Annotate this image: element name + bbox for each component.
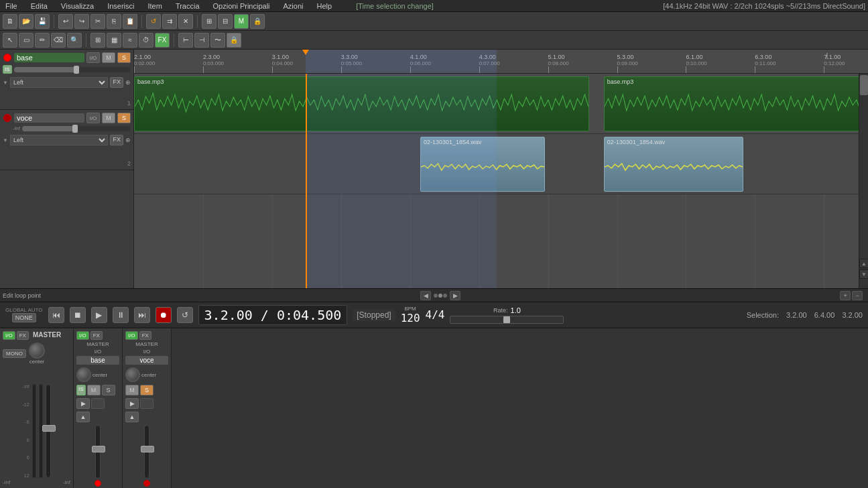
track-lane-2[interactable]: 02-130301_1854.wav 02-130301_1854.wav bbox=[134, 134, 868, 194]
clip-base-1[interactable]: base.mp3 bbox=[134, 76, 589, 131]
track-solo-btn-1[interactable]: S bbox=[117, 52, 131, 63]
track-io-btn-2[interactable]: I/O bbox=[86, 113, 100, 123]
toolbar-btn-cut[interactable]: ✂ bbox=[90, 14, 105, 29]
mixer-ch2-fader-thumb[interactable] bbox=[141, 446, 154, 452]
mixer-ch1-power[interactable]: I/O bbox=[76, 331, 89, 340]
mixer-ch2-master[interactable]: FX bbox=[139, 331, 151, 340]
menu-visualizza[interactable]: Visualizza bbox=[58, 2, 97, 10]
mixer-ch1-pan-knob[interactable] bbox=[76, 367, 91, 382]
track-record-btn-1[interactable] bbox=[3, 54, 11, 62]
clip-base-2[interactable]: base.mp3 bbox=[604, 76, 868, 131]
menu-inserisci[interactable]: Inserisci bbox=[105, 2, 137, 10]
mixer-fx-btn[interactable]: FX bbox=[17, 331, 29, 340]
time-sig-display[interactable]: 4/4 bbox=[426, 308, 445, 321]
mixer-ch1-solo-btn[interactable]: S bbox=[102, 385, 115, 395]
toolbar-btn-copy[interactable]: ⎘ bbox=[107, 14, 121, 29]
bpm-value[interactable]: 120 bbox=[401, 312, 420, 324]
tool-lock2[interactable]: 🔒 bbox=[227, 33, 241, 48]
menu-file[interactable]: File bbox=[3, 2, 20, 10]
mixer-ch2-power[interactable]: I/O bbox=[125, 331, 138, 340]
menu-azioni[interactable]: Azioni bbox=[281, 2, 306, 10]
tool-snap2[interactable]: ⊞ bbox=[90, 33, 105, 48]
toolbar-btn-ripple[interactable]: ⇉ bbox=[162, 14, 177, 29]
track-mute-btn-2[interactable]: M bbox=[102, 113, 115, 123]
mixer-ch1-up-btn[interactable]: ▲ bbox=[76, 412, 90, 422]
track-vol-thumb-1[interactable] bbox=[74, 66, 79, 74]
track-name-2[interactable]: voce bbox=[14, 113, 84, 123]
toolbar-btn-undo[interactable]: ↩ bbox=[58, 14, 73, 29]
track-vol-slider-2[interactable] bbox=[22, 126, 131, 131]
toolbar-btn-save[interactable]: 💾 bbox=[35, 14, 50, 29]
toolbar-btn-loop[interactable]: ↺ bbox=[146, 14, 161, 29]
clip-voce-2[interactable]: 02-130301_1854.wav bbox=[604, 137, 743, 192]
track-lane-1[interactable]: base.mp3 base.mp3 bbox=[134, 74, 868, 134]
tool-envelope[interactable]: 〜 bbox=[210, 33, 225, 48]
tool-crossfade[interactable]: ≈ bbox=[123, 33, 137, 48]
mixer-ch2-solo-btn[interactable]: S bbox=[140, 385, 153, 395]
menu-edita[interactable]: Edita bbox=[28, 2, 50, 10]
menu-opzioni[interactable]: Opzioni Principali bbox=[210, 2, 273, 10]
mixer-ch1-fader-thumb[interactable] bbox=[92, 446, 105, 452]
scroll-up-btn[interactable]: ▲ bbox=[859, 259, 868, 268]
transport-play-btn[interactable]: ▶ bbox=[91, 307, 107, 323]
tool-out[interactable]: ⊣ bbox=[194, 33, 209, 48]
ruler[interactable]: 2.1.00 0:02.000 2.3.00 0:03.000 3.1.00 0… bbox=[134, 50, 868, 74]
scroll-right-btn[interactable]: ▶ bbox=[450, 291, 460, 300]
track-solo-btn-2[interactable]: S bbox=[117, 113, 131, 123]
track-record-btn-2[interactable] bbox=[3, 114, 11, 122]
zoom-minus-btn[interactable]: − bbox=[852, 291, 863, 300]
toolbar-btn-snap[interactable]: ⊞ bbox=[202, 14, 216, 29]
track-vol-slider-1[interactable] bbox=[14, 67, 131, 72]
mixer-ch1-master[interactable]: FX bbox=[90, 331, 103, 340]
scroll-dot-3[interactable] bbox=[443, 294, 447, 298]
track-extra-btn-2[interactable]: ⊕ bbox=[125, 137, 131, 143]
transport-stop-btn[interactable]: ⏹ bbox=[70, 307, 86, 323]
mixer-ch2-play-btn[interactable]: ▶ bbox=[125, 398, 139, 409]
tool-cursor[interactable]: ↖ bbox=[3, 33, 17, 48]
track-fx-btn-2[interactable]: FX bbox=[110, 135, 123, 145]
timeline-scrollbar-thumb[interactable] bbox=[860, 75, 868, 95]
tool-select[interactable]: ▭ bbox=[19, 33, 34, 48]
mixer-ch2-fader[interactable] bbox=[144, 425, 149, 479]
rate-bar-container[interactable] bbox=[450, 316, 564, 324]
track-name-1[interactable]: base bbox=[14, 53, 84, 62]
mixer-ch1-fader[interactable] bbox=[95, 425, 101, 479]
toolbar-btn-redo[interactable]: ↪ bbox=[74, 14, 89, 29]
mixer-power-btn[interactable]: I/O bbox=[3, 331, 15, 340]
toolbar-btn-new[interactable]: 🗎 bbox=[3, 14, 17, 29]
mixer-ch1-is-btn[interactable]: IS bbox=[76, 385, 86, 395]
tool-time[interactable]: ⏱ bbox=[139, 33, 153, 48]
track-pan-select-1[interactable]: Left Center Right bbox=[10, 77, 109, 88]
toolbar-btn-metro[interactable]: M bbox=[234, 14, 249, 29]
tool-pencil[interactable]: ✏ bbox=[35, 33, 50, 48]
mixer-ch1-trim-btn[interactable] bbox=[91, 398, 105, 409]
mixer-ch2-mute-btn[interactable]: M bbox=[125, 385, 139, 395]
mixer-ch1-record-btn[interactable] bbox=[95, 480, 101, 487]
mixer-ch1-mute-btn[interactable]: M bbox=[87, 385, 101, 395]
menu-help[interactable]: Help bbox=[314, 2, 335, 10]
mixer-ch1-play-btn[interactable]: ▶ bbox=[76, 398, 90, 409]
track-pan-select-2[interactable]: Left Center Right bbox=[10, 135, 109, 145]
track-mute-btn-1[interactable]: M bbox=[102, 52, 115, 63]
tool-zoom[interactable]: 🔍 bbox=[67, 33, 82, 48]
transport-pause-btn[interactable]: ⏸ bbox=[113, 307, 129, 323]
toolbar-btn-open[interactable]: 📂 bbox=[19, 14, 34, 29]
timeline-scrollbar-v[interactable]: ▲ ▼ bbox=[859, 74, 868, 288]
transport-loop-btn[interactable]: ↺ bbox=[177, 307, 193, 323]
mixer-master-fader[interactable] bbox=[46, 384, 51, 478]
mixer-mono-btn[interactable]: MONO bbox=[3, 349, 26, 358]
mixer-ch2-pan-knob[interactable] bbox=[125, 367, 140, 382]
transport-rewind-btn[interactable]: ⏮ bbox=[48, 307, 64, 323]
global-auto-btn[interactable]: NONE bbox=[12, 313, 36, 322]
track-fx-btn-1[interactable]: FX bbox=[110, 77, 123, 88]
tool-eraser[interactable]: ⌫ bbox=[51, 33, 66, 48]
mixer-ch2-trim-btn[interactable] bbox=[140, 398, 153, 409]
toolbar-btn-xfade[interactable]: ✕ bbox=[178, 14, 193, 29]
rate-bar-thumb[interactable] bbox=[503, 316, 510, 323]
clip-voce-1[interactable]: 02-130301_1854.wav bbox=[420, 137, 545, 192]
scroll-down-btn[interactable]: ▼ bbox=[859, 269, 868, 279]
transport-skip-btn[interactable]: ⏭ bbox=[134, 307, 150, 323]
zoom-in-btn[interactable]: + bbox=[840, 291, 851, 300]
mixer-master-pan-knob[interactable] bbox=[29, 343, 45, 359]
toolbar-btn-grid[interactable]: ⊟ bbox=[218, 14, 233, 29]
